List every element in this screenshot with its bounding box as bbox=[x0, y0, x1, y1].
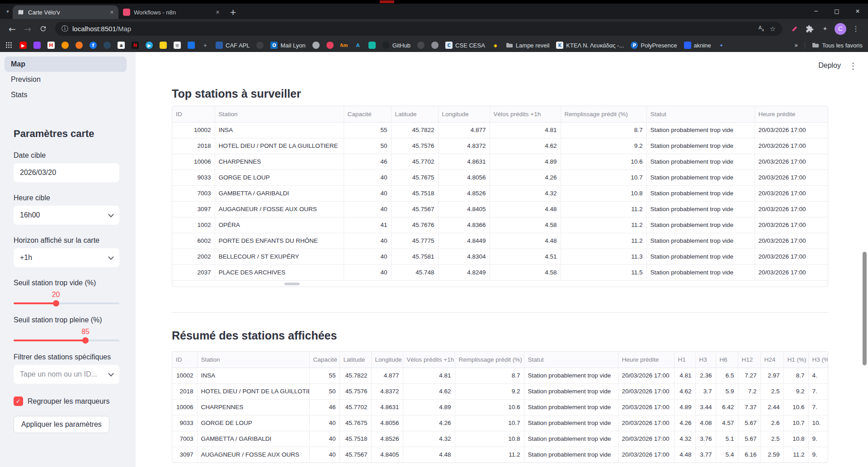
table-row[interactable]: 9033GORGE DE LOUP4045.76754.80564.2610.7… bbox=[172, 170, 828, 185]
horizon-select[interactable]: +1h bbox=[14, 248, 119, 267]
column-header[interactable]: Heure prédite bbox=[755, 106, 828, 122]
bookmark-item[interactable]: ▶ bbox=[146, 42, 153, 49]
column-header[interactable]: Station bbox=[197, 352, 309, 368]
address-bar[interactable]: ⓘ localhost:8501/Map Aa ☆ bbox=[55, 22, 782, 36]
column-header[interactable]: Capacité bbox=[309, 352, 340, 368]
table-row[interactable]: 3097AUGAGNEUR / FOSSE AUX OURS4045.75674… bbox=[172, 447, 828, 462]
maximize-button[interactable]: □ bbox=[826, 8, 847, 14]
pen-extension-icon[interactable] bbox=[787, 21, 802, 37]
column-header[interactable]: H6 bbox=[716, 352, 738, 368]
extension-star-icon[interactable]: ✦ bbox=[817, 21, 833, 37]
table-hscroll-thumb[interactable] bbox=[284, 283, 300, 285]
slider-handle[interactable] bbox=[53, 300, 59, 307]
column-header[interactable]: Vélos prédits +1h bbox=[403, 352, 455, 368]
bookmark-item[interactable] bbox=[104, 42, 111, 49]
table-row[interactable]: 7003GAMBETTA / GARIBALDI4045.75184.85264… bbox=[172, 431, 828, 447]
table-row[interactable]: 6002PORTE DES ENFANTS DU RHÔNE4045.77754… bbox=[172, 233, 828, 249]
column-header[interactable]: H24 bbox=[760, 352, 783, 368]
tab-search-icon[interactable]: ▾ bbox=[3, 9, 13, 14]
tab-n8n[interactable]: Workflows - n8n ✕ bbox=[118, 5, 224, 19]
column-header[interactable]: Station bbox=[215, 106, 344, 122]
bookmark-item[interactable]: f bbox=[90, 42, 97, 49]
all-bookmarks-button[interactable]: Tous les favoris bbox=[812, 42, 863, 49]
bookmark-item-cse-cesa[interactable]: CCSE CESA bbox=[445, 42, 485, 49]
bookmark-item[interactable]: M bbox=[47, 42, 55, 49]
column-header[interactable]: ID bbox=[172, 106, 215, 122]
column-header[interactable]: Remplissage prédit (%) bbox=[561, 106, 646, 122]
bookmark-item[interactable]: ◆ bbox=[492, 42, 499, 49]
bookmark-item[interactable]: ≡ bbox=[174, 42, 181, 49]
translate-icon[interactable]: Aa bbox=[758, 24, 766, 33]
back-button[interactable]: ← bbox=[5, 21, 20, 37]
column-header[interactable]: Statut bbox=[646, 106, 755, 122]
bookmark-item[interactable] bbox=[368, 42, 376, 49]
column-header[interactable]: Vélos prédits +1h bbox=[490, 106, 561, 122]
table-row[interactable]: 10002INSA5545.78224.8774.818.7Station pr… bbox=[172, 122, 828, 138]
table-row[interactable]: 2002BELLECOUR / ST EXUPÉRY4045.75814.830… bbox=[172, 249, 828, 264]
forward-button[interactable]: → bbox=[20, 21, 35, 37]
column-header[interactable]: Latitude bbox=[391, 106, 438, 122]
table-row[interactable]: 2037PLACE DES ARCHIVES4045.7484.82494.58… bbox=[172, 264, 828, 280]
table-row[interactable]: 2018HOTEL DIEU / PONT DE LA GUILLOTIERE5… bbox=[172, 138, 828, 154]
time-select[interactable]: 16h00 bbox=[14, 206, 119, 225]
apply-settings-button[interactable]: Appliquer les paramètres bbox=[14, 416, 109, 433]
bookmark-item-lampe-reveil[interactable]: Lampe reveil bbox=[506, 42, 549, 49]
bookmark-item[interactable]: Am bbox=[340, 42, 348, 49]
column-header[interactable]: ID bbox=[172, 352, 197, 368]
column-header[interactable]: Longitude bbox=[438, 106, 490, 122]
extensions-puzzle-icon[interactable] bbox=[802, 21, 817, 37]
bookmark-item[interactable] bbox=[256, 42, 264, 49]
bookmark-item[interactable] bbox=[61, 42, 69, 49]
filter-multiselect[interactable]: Tape un nom ou un ID... bbox=[14, 365, 119, 384]
bookmark-item[interactable] bbox=[326, 42, 334, 49]
bookmark-item-mail-lyon[interactable]: OMail Lyon bbox=[270, 42, 305, 49]
tab-carte-velov[interactable]: Carte Vélo'v ✕ bbox=[13, 5, 118, 19]
column-header[interactable]: Capacité bbox=[344, 106, 391, 122]
bookmark-item-[interactable]: KΚΤΕΛ Ν. Λευκάδας -... bbox=[556, 42, 624, 49]
bookmark-item[interactable]: A bbox=[354, 42, 362, 49]
column-header[interactable]: Longitude bbox=[371, 352, 403, 368]
column-header[interactable]: Heure prédite bbox=[618, 352, 674, 368]
column-header[interactable]: Statut bbox=[524, 352, 618, 368]
sidebar-item-map[interactable]: Map bbox=[5, 57, 127, 72]
reload-button[interactable] bbox=[35, 21, 51, 37]
slider-handle[interactable] bbox=[82, 337, 89, 344]
table-row[interactable]: 2018HOTEL DIEU / PONT DE LA GUILLOTIERE5… bbox=[172, 383, 828, 399]
table-row[interactable]: 10006CHARPENNES4645.77024.86314.8910.6St… bbox=[172, 399, 828, 415]
table-row[interactable]: 7003GAMBETTA / GARIBALDI4045.75184.85264… bbox=[172, 185, 828, 201]
new-tab-button[interactable]: + bbox=[230, 7, 236, 17]
bookmarks-overflow-chevron[interactable]: » bbox=[794, 42, 798, 49]
page-scrollbar[interactable] bbox=[863, 252, 867, 365]
window-close-button[interactable]: ✕ bbox=[847, 8, 868, 14]
slider-track[interactable] bbox=[14, 340, 119, 341]
bookmark-item-caf-apl[interactable]: CAF APL bbox=[216, 42, 250, 49]
column-header[interactable]: Latitude bbox=[340, 352, 371, 368]
bookmark-item[interactable] bbox=[33, 42, 41, 49]
bookmark-item[interactable] bbox=[5, 42, 13, 49]
deploy-button[interactable]: Deploy bbox=[818, 61, 841, 70]
sidebar-item-stats[interactable]: Stats bbox=[5, 87, 127, 103]
table-row[interactable]: 10006CHARPENNES4645.77024.86314.8910.6St… bbox=[172, 154, 828, 170]
bookmark-item[interactable] bbox=[431, 42, 439, 49]
bookmark-item[interactable]: N bbox=[132, 42, 139, 49]
bookmark-item[interactable] bbox=[188, 42, 195, 49]
bookmark-item[interactable]: ▶ bbox=[19, 42, 27, 49]
bookmark-item[interactable]: + bbox=[202, 42, 209, 49]
date-input[interactable]: 2026/03/20 bbox=[14, 163, 119, 182]
table-row[interactable]: 9033GORGE DE LOUP4045.76754.80564.2610.7… bbox=[172, 415, 828, 431]
table-row[interactable]: 1002OPÉRA4145.76764.83664.5811.2Station … bbox=[172, 217, 828, 233]
slider-track[interactable] bbox=[14, 302, 119, 304]
bookmark-item[interactable] bbox=[417, 42, 425, 49]
tab-close-icon[interactable]: ✕ bbox=[216, 9, 220, 15]
bookmark-item[interactable] bbox=[160, 42, 167, 49]
column-header[interactable]: Remplissage prédit (%) bbox=[455, 352, 524, 368]
bookmark-item[interactable]: ✦ bbox=[718, 42, 725, 49]
bookmark-item[interactable] bbox=[75, 42, 83, 49]
column-header[interactable]: H3 (% bbox=[808, 352, 828, 368]
app-menu-button[interactable]: ⋮ bbox=[849, 61, 857, 71]
sidebar-item-prevision[interactable]: Prevision bbox=[5, 72, 127, 87]
column-header[interactable]: H12 bbox=[738, 352, 760, 368]
column-header[interactable]: H1 bbox=[674, 352, 695, 368]
column-header[interactable]: H3 bbox=[695, 352, 716, 368]
cluster-checkbox-row[interactable]: ✓ Regrouper les marqueurs bbox=[14, 396, 119, 406]
